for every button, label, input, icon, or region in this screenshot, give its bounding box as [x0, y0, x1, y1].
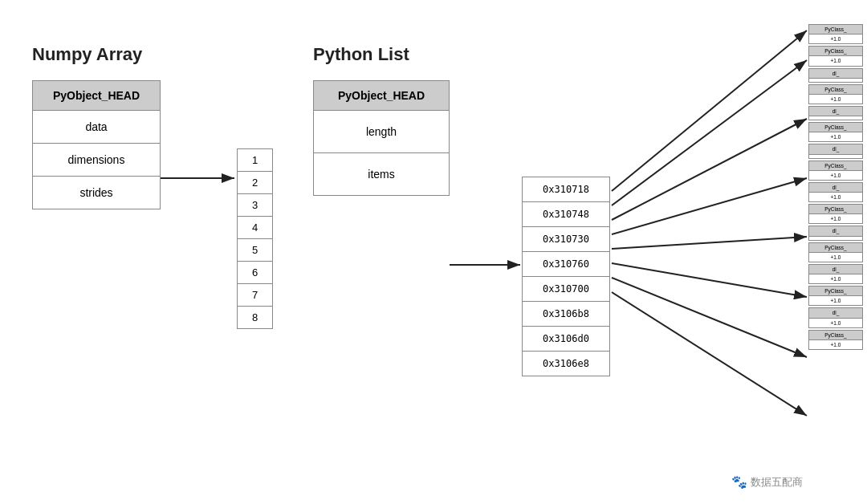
arrow-ptr3 — [612, 178, 807, 234]
arrow-ptr5 — [612, 263, 807, 297]
diagram-container: Numpy Array Python List PyObject_HEAD da… — [0, 0, 867, 504]
pyobj-9: PyClass_ +1.0 — [808, 204, 863, 224]
data-cell-4: 4 — [238, 217, 272, 239]
pyobj-8: dl_ +1.0 — [808, 182, 863, 202]
pyobj-6: dl_ — [808, 144, 863, 158]
data-cell-2: 2 — [238, 172, 272, 194]
arrows-svg — [0, 0, 867, 504]
ptr-0: 0x310718 — [523, 177, 609, 202]
numpy-header: PyObject_HEAD — [33, 81, 160, 111]
arrow-ptr1 — [612, 60, 807, 205]
arrow-ptr6 — [612, 278, 807, 357]
data-cell-6: 6 — [238, 262, 272, 284]
ptr-6: 0x3106d0 — [523, 327, 609, 352]
ptr-2: 0x310730 — [523, 227, 609, 252]
pyobj-15: PyClass_ +1.0 — [808, 330, 863, 350]
pyobj-5: PyClass_ +1.0 — [808, 122, 863, 142]
ptr-4: 0x310700 — [523, 277, 609, 302]
pyobj-1: PyClass_ +1.0 — [808, 46, 863, 66]
pyobj-14: dl_ +1.0 — [808, 307, 863, 327]
ptr-1: 0x310748 — [523, 202, 609, 227]
pylist-title: Python List — [313, 44, 409, 65]
pyobj-2: dl_ — [808, 68, 863, 83]
pylist-cell-items: items — [314, 153, 449, 195]
ptr-3: 0x310760 — [523, 252, 609, 277]
pylist-box: PyObject_HEAD length items — [313, 80, 450, 196]
pylist-cell-length: length — [314, 111, 449, 153]
watermark-text: 数据五配商 — [751, 475, 803, 490]
data-cell-1: 1 — [238, 149, 272, 172]
numpy-cell-strides: strides — [33, 177, 160, 209]
data-cell-5: 5 — [238, 239, 272, 262]
pyobj-3: PyClass_ +1.0 — [808, 84, 863, 104]
numpy-cell-data: data — [33, 111, 160, 144]
data-cell-7: 7 — [238, 284, 272, 307]
watermark: 🐾 数据五配商 — [731, 474, 803, 490]
pyobj-4: dl_ — [808, 106, 863, 120]
arrow-ptr2 — [612, 119, 807, 220]
numpy-title: Numpy Array — [32, 44, 142, 65]
numpy-cell-dimensions: dimensions — [33, 144, 160, 177]
data-cell-3: 3 — [238, 194, 272, 217]
arrow-ptr4 — [612, 237, 807, 249]
ptr-7: 0x3106e8 — [523, 352, 609, 376]
pyobj-column: PyClass_ +1.0 PyClass_ +1.0 dl_ PyClass_… — [808, 24, 863, 352]
ptr-box: 0x310718 0x310748 0x310730 0x310760 0x31… — [522, 177, 610, 376]
numpy-box: PyObject_HEAD data dimensions strides — [32, 80, 161, 209]
arrow-ptr0 — [612, 30, 807, 191]
pyobj-0: PyClass_ +1.0 — [808, 24, 863, 44]
data-array: 1 2 3 4 5 6 7 8 — [237, 148, 273, 329]
pyobj-12: dl_ +1.0 — [808, 264, 863, 284]
arrow-ptr7 — [612, 292, 807, 416]
pyobj-13: PyClass_ +1.0 — [808, 286, 863, 306]
pylist-header: PyObject_HEAD — [314, 81, 449, 111]
ptr-5: 0x3106b8 — [523, 302, 609, 327]
pyobj-11: PyClass_ +1.0 — [808, 242, 863, 262]
pyobj-10: dl_ — [808, 226, 863, 240]
watermark-icon: 🐾 — [731, 474, 747, 490]
data-cell-8: 8 — [238, 307, 272, 328]
pyobj-7: PyClass_ +1.0 — [808, 161, 863, 181]
